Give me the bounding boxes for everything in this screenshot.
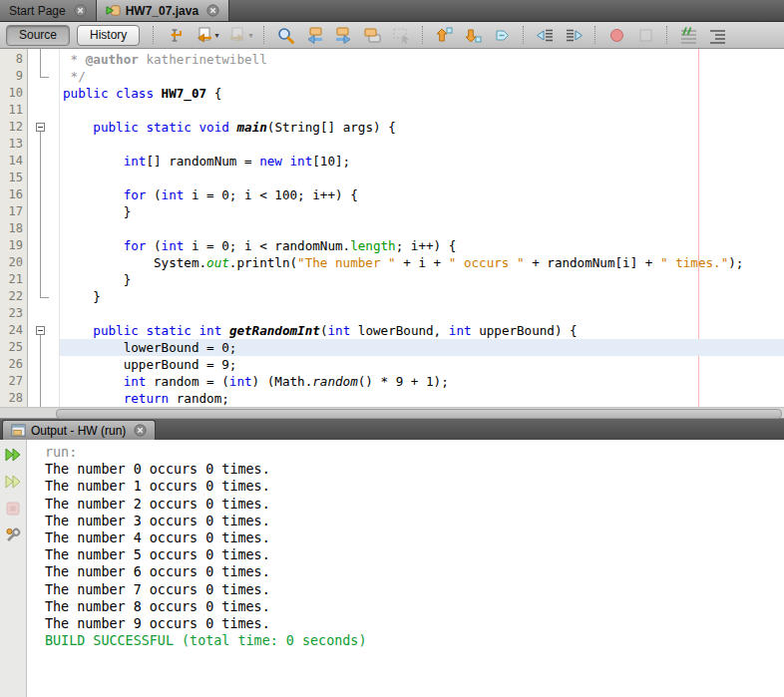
output-tab-bar: Output - HW (run) bbox=[0, 418, 784, 440]
find-next-button[interactable] bbox=[331, 25, 356, 46]
back-button[interactable]: ▾ bbox=[192, 25, 221, 46]
output-line: The number 5 occurs 0 times. bbox=[45, 546, 784, 563]
line-number-gutter: 8910111213141516171819202122232425262728 bbox=[0, 49, 28, 407]
code-line[interactable]: * @author katherinetwibell bbox=[60, 51, 784, 68]
forward-icon bbox=[228, 26, 247, 45]
toggle-highlight-search-button[interactable] bbox=[360, 25, 385, 46]
close-icon[interactable] bbox=[134, 424, 147, 437]
uncomment-button[interactable] bbox=[705, 25, 730, 46]
close-icon[interactable] bbox=[206, 4, 219, 17]
last-edit-location-button[interactable] bbox=[163, 25, 188, 46]
code-area[interactable]: * @author katherinetwibell */public clas… bbox=[60, 49, 784, 407]
fold-margin bbox=[28, 49, 60, 407]
shift-line-left-button[interactable] bbox=[533, 25, 558, 46]
comment-button[interactable] bbox=[676, 25, 701, 46]
output-tab-label: Output - HW (run) bbox=[31, 424, 126, 438]
rerun-icon bbox=[4, 446, 22, 464]
stop-run-button[interactable] bbox=[3, 499, 23, 519]
fold-guide-line bbox=[40, 335, 41, 407]
code-line[interactable]: lowerBound = 0; bbox=[60, 339, 784, 356]
code-line[interactable] bbox=[60, 170, 784, 186]
ant-settings-button[interactable] bbox=[3, 525, 23, 545]
line-number: 17 bbox=[0, 203, 27, 220]
last-edit-location-icon bbox=[166, 26, 185, 45]
document-tab-label: Start Page bbox=[9, 4, 66, 18]
ant-settings-icon bbox=[4, 526, 22, 544]
code-line[interactable]: for (int i = 0; i < randomNum.length; i+… bbox=[60, 237, 784, 254]
code-line[interactable]: } bbox=[60, 288, 784, 305]
next-bookmark-button[interactable] bbox=[461, 25, 486, 46]
output-console[interactable]: run:The number 0 occurs 0 times.The numb… bbox=[27, 440, 784, 697]
code-line[interactable] bbox=[60, 136, 784, 153]
code-line[interactable] bbox=[60, 220, 784, 237]
horizontal-scrollbar-thumb[interactable] bbox=[56, 409, 782, 419]
source-view-button[interactable]: Source bbox=[6, 25, 70, 46]
output-toolbar bbox=[0, 440, 27, 697]
find-previous-button[interactable] bbox=[302, 25, 327, 46]
dropdown-caret-icon[interactable]: ▾ bbox=[214, 31, 218, 40]
history-view-button[interactable]: History bbox=[77, 25, 140, 46]
code-line[interactable]: public static int getRandomInt(int lower… bbox=[60, 322, 784, 339]
line-number: 8 bbox=[0, 51, 27, 68]
stop-macro-recording-button[interactable] bbox=[633, 25, 658, 46]
output-line: The number 9 occurs 0 times. bbox=[45, 615, 784, 632]
editor-toolbar-icons: ▾▾ bbox=[147, 22, 732, 48]
code-line[interactable]: System.out.println("The number " + i + "… bbox=[60, 254, 784, 271]
rerun-with-different-parameters-button[interactable] bbox=[3, 472, 23, 492]
line-number: 15 bbox=[0, 170, 27, 186]
code-line[interactable]: int random = (int) (Math.random() * 9 + … bbox=[60, 373, 784, 390]
shift-line-right-icon bbox=[565, 26, 584, 45]
rerun-button[interactable] bbox=[3, 445, 23, 465]
code-line[interactable] bbox=[60, 305, 784, 322]
code-line[interactable]: int[] randomNum = new int[10]; bbox=[60, 153, 784, 170]
line-number: 18 bbox=[0, 220, 27, 237]
output-line: BUILD SUCCESSFUL (total time: 0 seconds) bbox=[45, 632, 784, 649]
code-line[interactable]: */ bbox=[60, 68, 784, 85]
shift-line-right-button[interactable] bbox=[562, 25, 587, 46]
start-macro-recording-icon bbox=[607, 26, 626, 45]
line-number: 11 bbox=[0, 102, 27, 119]
fold-guide-end bbox=[40, 297, 49, 298]
line-number: 20 bbox=[0, 254, 27, 271]
fold-collapse-icon[interactable] bbox=[36, 326, 45, 335]
line-number: 9 bbox=[0, 68, 27, 85]
code-line[interactable]: return random; bbox=[60, 390, 784, 407]
previous-bookmark-button[interactable] bbox=[432, 25, 457, 46]
line-number: 25 bbox=[0, 339, 27, 356]
rectangular-selection-button[interactable] bbox=[389, 25, 414, 46]
forward-button[interactable]: ▾ bbox=[225, 25, 255, 46]
document-tab[interactable]: Start Page bbox=[0, 0, 97, 21]
netbeans-window: Start PageHW7_07.java Source History ▾▾ … bbox=[0, 0, 784, 697]
dropdown-caret-icon[interactable]: ▾ bbox=[248, 31, 252, 40]
output-tab[interactable]: Output - HW (run) bbox=[2, 420, 156, 440]
line-number: 10 bbox=[0, 85, 27, 102]
fold-guide-line bbox=[40, 132, 41, 297]
previous-bookmark-icon bbox=[435, 26, 454, 45]
horizontal-scrollbar[interactable] bbox=[0, 407, 784, 418]
fold-collapse-icon[interactable] bbox=[36, 123, 45, 132]
line-number: 12 bbox=[0, 119, 27, 136]
document-tab[interactable]: HW7_07.java bbox=[97, 0, 229, 21]
output-line: The number 8 occurs 0 times. bbox=[45, 598, 784, 615]
code-line[interactable] bbox=[60, 102, 784, 119]
output-line: The number 4 occurs 0 times. bbox=[45, 529, 784, 546]
code-line[interactable]: for (int i = 0; i < 100; i++) { bbox=[60, 186, 784, 203]
line-number: 19 bbox=[0, 237, 27, 254]
line-number: 27 bbox=[0, 373, 27, 390]
toggle-bookmark-icon bbox=[493, 26, 512, 45]
start-macro-recording-button[interactable] bbox=[604, 25, 629, 46]
code-line[interactable]: public static void main(String[] args) { bbox=[60, 119, 784, 136]
code-line[interactable]: } bbox=[60, 203, 784, 220]
toolbar-separator bbox=[594, 26, 596, 44]
close-icon[interactable] bbox=[74, 4, 87, 17]
code-line[interactable]: upperBound = 9; bbox=[60, 356, 784, 373]
line-number: 22 bbox=[0, 288, 27, 305]
document-tab-label: HW7_07.java bbox=[126, 4, 198, 18]
toggle-bookmark-button[interactable] bbox=[490, 25, 515, 46]
next-bookmark-icon bbox=[464, 26, 483, 45]
code-line[interactable]: public class HW7_07 { bbox=[60, 85, 784, 102]
code-line[interactable]: } bbox=[60, 271, 784, 288]
editor-toolbar: Source History ▾▾ bbox=[0, 22, 784, 49]
line-number: 28 bbox=[0, 390, 27, 407]
find-selection-button[interactable] bbox=[273, 25, 298, 46]
